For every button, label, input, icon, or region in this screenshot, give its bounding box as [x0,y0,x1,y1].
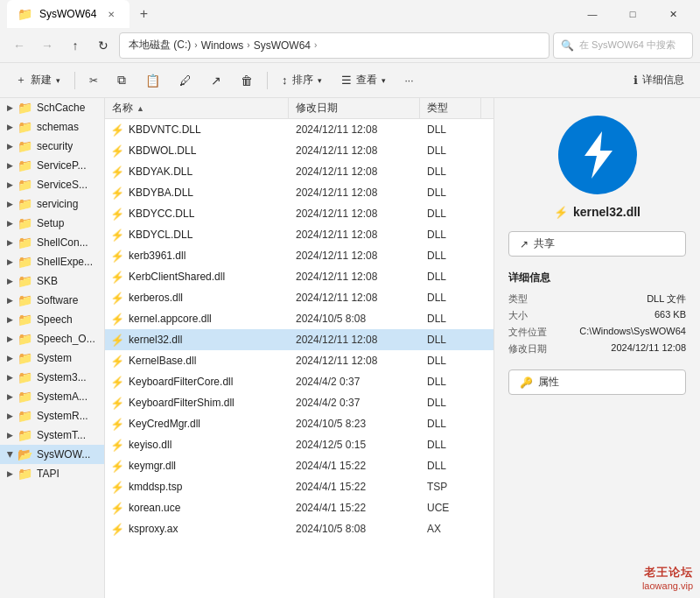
detail-info-button[interactable]: ℹ 详细信息 [625,67,693,94]
table-row[interactable]: ⚡kerb3961.dll2024/12/11 12:08DLL [105,245,494,266]
new-tab-button[interactable]: + [130,0,158,28]
table-row[interactable]: ⚡KernelBase.dll2024/12/11 12:08DLL [105,350,494,371]
sidebar-item[interactable]: ▶📁SchCache [0,98,104,117]
sidebar-folder-icon: 📁 [18,197,32,211]
breadcrumb-item-drive[interactable]: 本地磁盘 (C:) [129,38,191,53]
sidebar-item[interactable]: ▶📁System [0,348,104,368]
delete-button[interactable]: 🗑 [232,67,262,94]
sidebar-item[interactable]: ▶📁ServiceP... [0,156,104,175]
sidebar-item[interactable]: ▶📁Speech [0,310,104,329]
table-row[interactable]: ⚡KeyboardFilterShim.dll2024/4/2 0:37DLL [105,392,494,413]
close-button[interactable]: ✕ [653,0,693,28]
table-row[interactable]: ⚡keyiso.dll2024/12/5 0:15DLL [105,434,494,455]
table-row[interactable]: ⚡keymgr.dll2024/4/1 15:22DLL [105,455,494,476]
table-row[interactable]: ⚡KBDYCL.DLL2024/12/11 12:08DLL [105,224,494,245]
file-row-name: ⚡KBDYCL.DLL [105,229,289,242]
breadcrumb-end-chevron: › [314,40,317,50]
copy-button[interactable]: ⧉ [108,67,135,94]
cut-button[interactable]: ✂ [80,67,107,94]
table-row[interactable]: ⚡KBDWOL.DLL2024/12/11 12:08DLL [105,140,494,161]
file-type-label: DLL [420,397,481,409]
new-dropdown-icon: ▾ [56,76,60,85]
titlebar-tab[interactable]: 📁 SysWOW64 ✕ [7,0,130,28]
file-type-icon: ⚡ [110,123,124,137]
sidebar-item[interactable]: ▶📁servicing [0,194,104,214]
sidebar-item[interactable]: ▶📁ShellCon... [0,233,104,252]
file-name-label: KBDVNTC.DLL [129,123,201,136]
refresh-button[interactable]: ↻ [91,33,116,58]
table-row[interactable]: ⚡korean.uce2024/4/1 15:22UCE [105,497,494,518]
tab-close-button[interactable]: ✕ [103,6,119,22]
table-row[interactable]: ⚡KeyboardFilterCore.dll2024/4/2 0:37DLL [105,371,494,392]
sidebar-chevron-icon: ▶ [7,180,13,189]
sidebar-item[interactable]: ▶📁SystemA... [0,387,104,406]
sidebar-item[interactable]: ▶📁Setup [0,214,104,233]
view-button[interactable]: ☰ 查看 ▾ [332,67,395,94]
file-row-name: ⚡kernel32.dll [105,334,289,347]
detail-info-row: 类型DLL 文件 [508,292,686,306]
breadcrumb-item-syswow64[interactable]: SysWOW64 [254,39,311,52]
sidebar-item-label: SystemT... [37,429,86,441]
sidebar-item[interactable]: ▶📁SystemT... [0,426,104,445]
sidebar-item[interactable]: ▶📁Software [0,291,104,310]
col-header-name[interactable]: 名称 ▲ [105,98,289,118]
main-layout: ▶📁SchCache▶📁schemas▶📁security▶📁ServiceP.… [0,98,700,598]
back-button[interactable]: ← [7,33,32,58]
sidebar: ▶📁SchCache▶📁schemas▶📁security▶📁ServiceP.… [0,98,105,598]
file-list-header: 名称 ▲ 修改日期 类型 [105,98,494,119]
detail-share-button[interactable]: ↗ 共享 [508,231,686,257]
breadcrumb-item-windows[interactable]: Windows [201,39,244,52]
sidebar-item[interactable]: ▶📁TAPI [0,464,104,483]
sidebar-item-label: SystemA... [37,390,88,403]
table-row[interactable]: ⚡KBDYBA.DLL2024/12/11 12:08DLL [105,182,494,203]
table-row[interactable]: ⚡KeyCredMgr.dll2024/10/5 8:23DLL [105,413,494,434]
sidebar-item[interactable]: ▶📁ShellExpe... [0,252,104,271]
up-button[interactable]: ↑ [63,33,88,58]
table-row[interactable]: ⚡KBDYCC.DLL2024/12/11 12:08DLL [105,203,494,224]
sidebar-item[interactable]: ▶📁Speech_O... [0,329,104,348]
col-header-date[interactable]: 修改日期 [289,98,420,118]
file-name-label: keyiso.dll [129,439,172,451]
paste-button[interactable]: 📋 [136,67,169,94]
forward-button[interactable]: → [35,33,60,58]
sidebar-chevron-icon: ▶ [7,142,13,151]
table-row[interactable]: ⚡kerberos.dll2024/12/11 12:08DLL [105,287,494,308]
detail-attr-button[interactable]: 🔑 属性 [508,369,686,395]
table-row[interactable]: ⚡KBDYAK.DLL2024/12/11 12:08DLL [105,161,494,182]
detail-info-row: 大小663 KB [508,309,686,322]
table-row[interactable]: ⚡kmddsp.tsp2024/4/1 15:22TSP [105,476,494,497]
minimize-button[interactable]: — [572,0,612,28]
file-date-label: 2024/12/11 12:08 [289,250,420,262]
sort-button[interactable]: ↕ 排序 ▾ [273,67,331,94]
col-header-type[interactable]: 类型 [420,98,481,118]
table-row[interactable]: ⚡ksproxy.ax2024/10/5 8:08AX [105,518,494,539]
sidebar-item[interactable]: ▶📁SKB [0,271,104,291]
view-dropdown-icon: ▾ [382,76,386,85]
sidebar-item[interactable]: ▶📂SysWOW... [0,445,104,464]
new-button[interactable]: ＋ 新建 ▾ [7,67,69,94]
file-type-icon: ⚡ [110,334,124,347]
table-row[interactable]: ⚡KerbClientShared.dll2024/12/11 12:08DLL [105,266,494,287]
attr-icon: 🔑 [520,376,533,389]
toolbar-separator-2 [267,72,268,89]
sidebar-item[interactable]: ▶📁security [0,137,104,156]
sidebar-item[interactable]: ▶📁SystemR... [0,406,104,426]
maximize-button[interactable]: □ [612,0,653,28]
more-options-button[interactable]: ··· [396,67,423,94]
sidebar-folder-icon: 📁 [18,390,32,404]
rename-button[interactable]: 🖊 [171,67,200,94]
table-row[interactable]: ⚡kernel.appcore.dll2024/10/5 8:08DLL [105,308,494,329]
sidebar-chevron-icon: ▶ [7,412,13,420]
breadcrumb[interactable]: 本地磁盘 (C:) › Windows › SysWOW64 › [119,32,550,59]
table-row[interactable]: ⚡KBDVNTC.DLL2024/12/11 12:08DLL [105,119,494,140]
table-row[interactable]: ⚡kernel32.dll2024/12/11 12:08DLL [105,329,494,350]
sidebar-folder-icon: 📁 [18,313,32,327]
file-type-label: TSP [420,481,481,493]
search-box[interactable]: 🔍 在 SysWOW64 中搜索 [553,32,693,59]
file-type-label: DLL [420,229,481,241]
sidebar-item[interactable]: ▶📁System3... [0,368,104,387]
sidebar-item[interactable]: ▶📁ServiceS... [0,175,104,194]
sidebar-item-label: SKB [37,275,58,287]
sidebar-item[interactable]: ▶📁schemas [0,117,104,137]
share-button[interactable]: ↗ [202,67,230,94]
